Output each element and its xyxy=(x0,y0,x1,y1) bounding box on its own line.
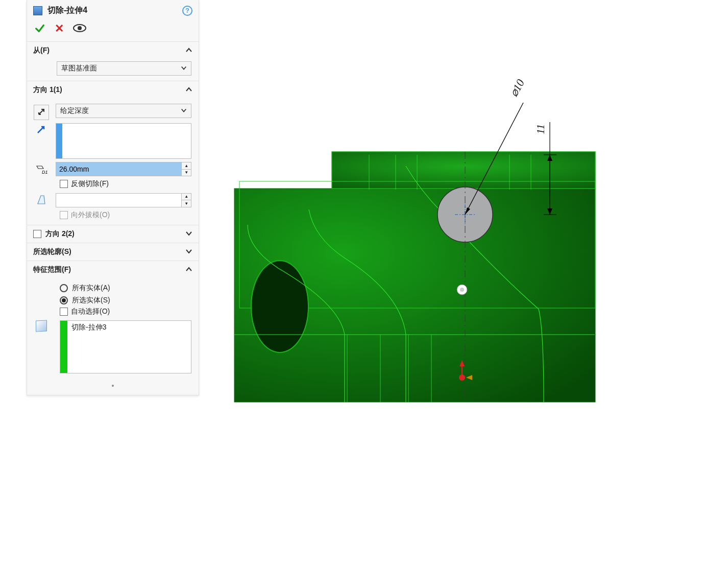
from-select-value: 草图基准面 xyxy=(61,64,97,73)
section-from[interactable]: 从(F) xyxy=(27,42,199,59)
svg-point-1 xyxy=(78,26,82,30)
viewport-3d[interactable]: ⌀10 11 xyxy=(227,89,602,427)
spin-up[interactable]: ▲ xyxy=(182,194,191,200)
auto-select-checkbox[interactable] xyxy=(60,308,68,316)
reverse-cut-label: 反侧切除(F) xyxy=(71,179,109,189)
body-icon xyxy=(36,320,47,332)
selection-strip xyxy=(60,321,67,373)
draft-angle-input[interactable]: ▲ ▼ xyxy=(56,193,191,207)
section-scope-body: 所有实体(A) 所选实体(S) 自动选择(O) 切除-拉伸3 xyxy=(27,278,199,379)
scope-body-list[interactable]: 切除-拉伸3 xyxy=(60,320,191,373)
spin-down[interactable]: ▼ xyxy=(182,169,191,176)
cut-extrude-icon xyxy=(33,6,42,15)
section-scope-label: 特征范围(F) xyxy=(33,265,71,274)
property-manager-panel: 切除-拉伸4 ? ✕ 从(F) 草图基准面 方向 1(1) xyxy=(27,0,199,395)
chevron-up-icon xyxy=(185,86,192,95)
draft-icon xyxy=(35,194,47,207)
end-condition-value: 给定深度 xyxy=(60,106,89,115)
model-view[interactable] xyxy=(227,89,602,427)
selection-strip xyxy=(56,124,62,158)
section-from-body: 草图基准面 xyxy=(27,59,199,81)
ok-button[interactable] xyxy=(34,22,45,35)
selected-bodies-row[interactable]: 所选实体(S) xyxy=(60,296,195,305)
draft-out-label: 向外拔模(O) xyxy=(71,210,110,220)
chevron-up-icon xyxy=(185,46,192,55)
svg-point-35 xyxy=(460,288,464,292)
panel-title: 切除-拉伸4 xyxy=(47,5,177,16)
from-select[interactable]: 草图基准面 xyxy=(57,61,191,76)
auto-select-label: 自动选择(O) xyxy=(71,307,110,316)
cancel-button[interactable]: ✕ xyxy=(55,22,64,35)
scope-body-item[interactable]: 切除-拉伸3 xyxy=(60,321,191,332)
section-scope[interactable]: 特征范围(F) xyxy=(27,261,199,278)
draft-out-checkbox xyxy=(60,211,68,219)
depth-dimension[interactable]: 11 xyxy=(534,124,547,134)
chevron-down-icon xyxy=(181,64,187,73)
section-dir2[interactable]: 方向 2(2) xyxy=(27,225,199,243)
spinner-buttons[interactable]: ▲ ▼ xyxy=(181,162,191,176)
selected-bodies-radio[interactable] xyxy=(60,296,68,304)
svg-rect-3 xyxy=(332,152,595,189)
preview-button[interactable] xyxy=(73,24,86,34)
grip-handle[interactable]: • xyxy=(27,379,199,395)
depth-input[interactable]: ▲ ▼ xyxy=(56,162,191,176)
end-condition-select[interactable]: 给定深度 xyxy=(56,104,191,118)
chevron-down-icon xyxy=(185,230,192,239)
section-dir2-label: 方向 2(2) xyxy=(45,229,75,239)
section-dir1-label: 方向 1(1) xyxy=(33,85,62,95)
direction-reference-icon xyxy=(36,124,46,136)
chevron-down-icon xyxy=(185,248,192,256)
spinner-buttons[interactable]: ▲ ▼ xyxy=(181,194,191,207)
chevron-up-icon xyxy=(185,266,192,274)
direction-reference-box[interactable] xyxy=(56,123,191,159)
depth-value[interactable] xyxy=(56,162,181,176)
draft-angle-value[interactable] xyxy=(56,194,181,207)
svg-text:D1: D1 xyxy=(42,170,47,175)
section-contours[interactable]: 所选轮廓(S) xyxy=(27,243,199,261)
spin-up[interactable]: ▲ xyxy=(182,162,191,169)
draft-out-row: 向外拔模(O) xyxy=(60,210,195,220)
section-from-label: 从(F) xyxy=(33,46,50,55)
panel-actions: ✕ xyxy=(27,19,199,41)
depth-icon: D1 xyxy=(35,165,47,175)
help-icon[interactable]: ? xyxy=(182,6,192,16)
section-dir1[interactable]: 方向 1(1) xyxy=(27,81,199,99)
reverse-cut-checkbox[interactable] xyxy=(60,180,68,188)
auto-select-row[interactable]: 自动选择(O) xyxy=(60,307,195,316)
dir2-enable-checkbox[interactable] xyxy=(33,230,41,238)
all-bodies-label: 所有实体(A) xyxy=(72,284,110,293)
section-contours-label: 所选轮廓(S) xyxy=(33,247,71,256)
chevron-down-icon xyxy=(181,107,187,115)
section-dir1-body: 给定深度 xyxy=(27,99,199,225)
selected-bodies-label: 所选实体(S) xyxy=(72,296,110,305)
reverse-cut-row[interactable]: 反侧切除(F) xyxy=(60,179,195,189)
all-bodies-radio[interactable] xyxy=(60,284,68,292)
all-bodies-row[interactable]: 所有实体(A) xyxy=(60,284,195,293)
panel-header: 切除-拉伸4 ? xyxy=(27,0,199,19)
reverse-direction-button[interactable] xyxy=(34,105,49,120)
spin-down[interactable]: ▼ xyxy=(182,200,191,207)
